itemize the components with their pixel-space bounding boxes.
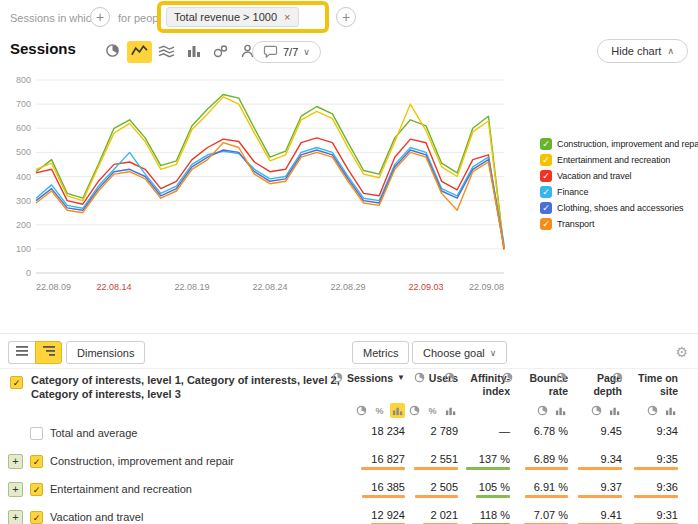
metrics-button[interactable]: Metrics (352, 341, 409, 364)
series-label: Transport (557, 219, 594, 229)
pie-toggle-icon[interactable] (589, 403, 604, 418)
metric-mini-bar (634, 467, 678, 470)
row-label[interactable]: Total and average (50, 427, 137, 439)
bar-toggle-icon[interactable] (663, 403, 678, 418)
table-row[interactable]: +✓Construction, improvement and repair16… (0, 448, 698, 477)
metric-toggle-group: % (407, 403, 458, 418)
metric-toggle-group: % (354, 403, 405, 418)
line-chart-button[interactable] (127, 41, 152, 63)
legend-item[interactable]: ✓Vacation and travel (540, 170, 698, 182)
bar-toggle-icon[interactable] (443, 403, 458, 418)
column-label: Sessions (347, 372, 393, 385)
filter-chip-total-revenue[interactable]: Total revenue > 1000 × (166, 7, 299, 27)
select-all-checkbox[interactable]: ✓ (10, 376, 23, 389)
metric-cell: 9:35 (598, 453, 678, 470)
metric-selector-icon[interactable] (444, 372, 455, 385)
svg-text:22.08.24: 22.08.24 (252, 282, 287, 292)
svg-text:100: 100 (16, 244, 31, 254)
metric-selector-icon[interactable] (332, 372, 343, 385)
metric-selector-icon[interactable] (414, 372, 425, 385)
svg-text:22.08.09: 22.08.09 (36, 282, 71, 292)
add-session-filter-button[interactable]: + (90, 7, 110, 27)
series-checkbox[interactable]: ✓ (540, 218, 552, 230)
percent-toggle-icon[interactable]: % (372, 403, 387, 418)
column-label: Time on site (627, 372, 678, 397)
metric-cell: 9:31 (598, 509, 678, 524)
expand-row-button[interactable]: + (8, 454, 23, 469)
series-label: Entertainment and recreation (557, 155, 670, 165)
bubble-chart-button[interactable] (208, 41, 233, 63)
pie-chart-button[interactable] (100, 41, 125, 63)
chevron-down-icon: ∨ (303, 47, 310, 57)
page-title: Sessions (10, 40, 76, 57)
legend-item[interactable]: ✓Construction, improvement and repair (540, 138, 698, 150)
svg-text:200: 200 (16, 220, 31, 230)
series-label: Finance (557, 187, 588, 197)
dimension-group-header[interactable]: Category of interests, level 1, Category… (31, 373, 349, 402)
pie-toggle-icon[interactable] (354, 403, 369, 418)
legend-item[interactable]: ✓Finance (540, 186, 698, 198)
dimensions-button[interactable]: Dimensions (66, 341, 145, 364)
svg-text:300: 300 (16, 196, 31, 206)
metric-selector-icon[interactable] (556, 372, 567, 385)
series-checkbox[interactable]: ✓ (540, 154, 552, 166)
legend-item[interactable]: ✓Clothing, shoes and accessories (540, 202, 698, 214)
total-row[interactable]: Total and average18 2342 789—6.78 %9.459… (0, 420, 698, 449)
hide-chart-button[interactable]: Hide chart ∧ (597, 39, 688, 63)
row-checkbox[interactable]: ✓ (30, 483, 43, 496)
row-label[interactable]: Vacation and travel (50, 511, 143, 523)
settings-gear-icon[interactable]: ⚙ (675, 344, 688, 360)
metric-toggle-group (535, 403, 568, 418)
column-chart-button[interactable] (181, 41, 206, 63)
row-checkbox[interactable] (30, 427, 43, 440)
pie-toggle-icon[interactable] (645, 403, 660, 418)
tree-icon (42, 345, 56, 360)
add-people-filter-button[interactable]: + (336, 7, 356, 27)
expand-row-button[interactable]: + (8, 510, 23, 524)
bar-toggle-icon[interactable] (607, 403, 622, 418)
metric-selector-icon[interactable] (502, 372, 513, 385)
bar-toggle-icon[interactable] (390, 403, 405, 418)
series-checkbox[interactable]: ✓ (540, 186, 552, 198)
table-view-toggle (8, 341, 62, 364)
column-header-affinity-index[interactable]: Affinity-index (444, 372, 510, 397)
row-checkbox[interactable]: ✓ (30, 511, 43, 524)
chart-legend: ✓Construction, improvement and repair✓En… (540, 138, 698, 234)
bar-toggle-icon[interactable] (553, 403, 568, 418)
legend-item[interactable]: ✓Transport (540, 218, 698, 230)
percent-toggle-icon[interactable]: % (425, 403, 440, 418)
pie-chart-icon (105, 43, 120, 61)
column-chart-icon (187, 44, 201, 61)
check-icon: ✓ (13, 378, 21, 388)
segments-ratio-button[interactable]: 7/7 ∨ (252, 41, 321, 63)
metric-cell: 9:36 (598, 481, 678, 498)
row-label[interactable]: Entertainment and recreation (50, 483, 192, 495)
metric-value: 9:31 (598, 509, 678, 521)
column-header-time-on-site[interactable]: Time on site (612, 372, 678, 397)
table-row[interactable]: +✓Vacation and travel12 9242 021118 %7.0… (0, 504, 698, 524)
section-divider (0, 333, 698, 334)
comment-bubble-icon (263, 45, 278, 60)
row-checkbox[interactable]: ✓ (30, 455, 43, 468)
remove-filter-icon[interactable]: × (284, 11, 290, 23)
legend-item[interactable]: ✓Entertainment and recreation (540, 154, 698, 166)
pie-toggle-icon[interactable] (535, 403, 550, 418)
pie-toggle-icon[interactable] (407, 403, 422, 418)
segments-ratio-value: 7/7 (283, 46, 298, 58)
table-row[interactable]: +✓Entertainment and recreation16 3852 50… (0, 476, 698, 505)
list-view-button[interactable] (8, 341, 35, 364)
table-header: ✓ Category of interests, level 1, Catego… (0, 368, 698, 422)
choose-goal-label: Choose goal (423, 347, 485, 359)
choose-goal-button[interactable]: Choose goal ∨ (412, 341, 507, 364)
row-label[interactable]: Construction, improvement and repair (50, 455, 234, 467)
series-checkbox[interactable]: ✓ (540, 138, 552, 150)
svg-text:800: 800 (16, 75, 31, 85)
metric-value: 9:36 (598, 481, 678, 493)
tree-view-button[interactable] (35, 341, 62, 364)
stacked-lines-chart-button[interactable] (154, 41, 179, 63)
chevron-down-icon: ∨ (490, 348, 497, 358)
series-checkbox[interactable]: ✓ (540, 170, 552, 182)
expand-row-button[interactable]: + (8, 482, 23, 497)
metric-selector-icon[interactable] (612, 372, 623, 385)
series-checkbox[interactable]: ✓ (540, 202, 552, 214)
